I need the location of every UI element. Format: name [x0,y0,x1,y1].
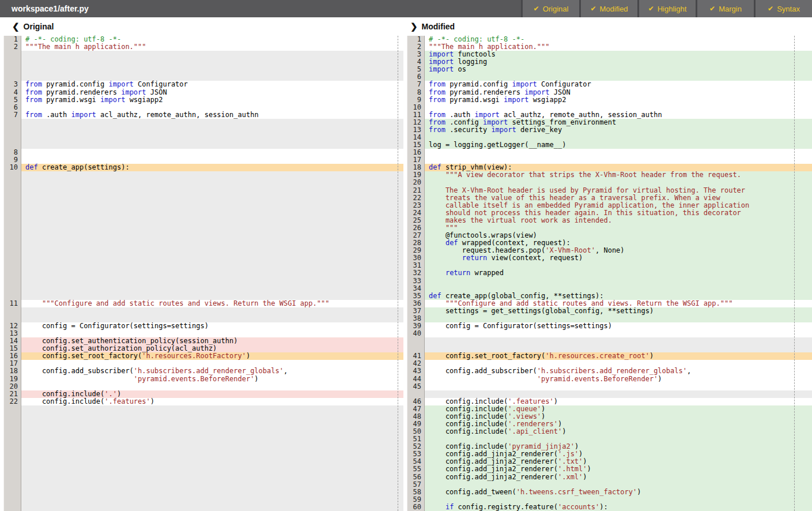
pane-header-modified: ❯ Modified [403,17,812,36]
code-text[interactable] [425,330,812,337]
line-number: 4 [407,58,425,66]
code-text[interactable]: import os [425,66,812,73]
filler-cell [21,307,403,315]
line-number [3,277,21,285]
line-number: 44 [407,375,425,383]
code-text[interactable]: config = Configurator(settings=settings) [425,322,812,330]
line-number: 5 [3,96,21,104]
line-number: 1 [3,36,21,43]
line-number [3,187,21,194]
code-text[interactable]: """Configure and add static routes and v… [21,300,403,307]
code-text[interactable]: import logging [425,58,812,66]
code-text[interactable]: from pyramid.wsgi import wsgiapp2 [21,96,403,104]
diff-gap-filler [0,179,403,186]
line-number: 2 [407,43,425,51]
checkmark-icon: ✔ [534,5,539,13]
line-number [3,51,21,58]
filler-cell [21,66,403,73]
line-number [3,224,21,232]
diff-gap-filler [0,405,403,511]
code-line: 50 config.include('.api_client') [403,428,812,435]
code-line: 25 makes the virtual root work as intend… [403,217,812,224]
code-text[interactable]: def create_app(settings): [21,164,403,171]
code-text[interactable]: config.add_tween('h.tweens.csrf_tween_fa… [425,489,812,496]
filler-cell [21,405,403,511]
diff-gap-filler [0,51,403,58]
toolbar-button-label: Original [543,5,569,13]
line-number: 22 [407,194,425,202]
line-number [3,285,21,292]
diff-gap-filler [0,126,403,134]
filler-cell [21,171,403,179]
filler-cell [21,58,403,66]
filler-cell [21,179,403,186]
toolbar-button-syntax[interactable]: ✔Syntax [754,0,812,17]
line-number: 21 [3,390,21,398]
code-text[interactable]: return view(context, request) [425,254,812,262]
diff-gap-filler [0,217,403,224]
line-number: 7 [407,81,425,88]
filler-cell [21,134,403,141]
line-number: 33 [407,277,425,285]
line-number [407,390,425,398]
code-line: 16 config.set_root_factory('h.resources.… [0,352,403,360]
code-text[interactable]: config.include('.api_client') [425,428,812,435]
code-text[interactable]: 'pyramid.events.BeforeRender') [21,375,403,383]
code-text[interactable]: log = logging.getLogger(__name__) [425,141,812,149]
code-text[interactable]: config.add_jinja2_renderer('.xml') [425,474,812,481]
filler-cell [21,239,403,247]
code-text[interactable]: config = Configurator(settings=settings) [21,322,403,330]
line-number [3,141,21,149]
code-text[interactable]: if config.registry.feature('accounts'): [425,504,812,511]
code-text[interactable] [425,149,812,156]
filler-cell [425,337,812,345]
code-text[interactable]: from .security import derive_key [425,126,812,134]
line-number: 25 [407,217,425,224]
line-number: 37 [407,307,425,315]
line-number: 45 [407,383,425,390]
code-text[interactable]: """A view decorator that strips the X-Vh… [425,171,812,179]
diff-gap-filler [0,134,403,141]
code-text[interactable]: return wrapped [425,269,812,277]
line-number [3,66,21,73]
diff-gap-filler [0,254,403,262]
code-text[interactable]: from .auth import acl_authz, remote_auth… [21,111,403,119]
line-number [3,262,21,269]
line-number: 3 [407,51,425,58]
pane-headers: ❮ Original ❯ Modified [0,17,812,36]
code-text[interactable]: makes the virtual root work as intended. [425,217,812,224]
toolbar-button-label: Modified [599,5,628,13]
filler-cell [21,194,403,202]
code-text[interactable] [21,149,403,156]
line-number: 10 [407,104,425,111]
code-text[interactable]: config.set_root_factory('h.resources.Roo… [21,352,403,360]
toolbar-button-original[interactable]: ✔Original [521,0,579,17]
code-text[interactable] [425,383,812,390]
line-number [3,292,21,300]
line-number [3,126,21,134]
original-pane[interactable]: 1# -*- coding: utf-8 -*-2"""The main h a… [0,36,403,511]
line-number: 55 [407,465,425,473]
line-number: 47 [407,405,425,413]
code-text[interactable]: config.include('.features') [21,398,403,405]
code-text[interactable]: settings = get_settings(global_config, *… [425,307,812,315]
toolbar-button-highlight[interactable]: ✔Highlight [637,0,696,17]
line-number [3,119,21,126]
line-number [3,73,21,81]
line-number: 22 [3,398,21,405]
code-text[interactable]: 'pyramid.events.BeforeRender') [425,375,812,383]
pane-header-original-label: Original [24,22,54,31]
code-text[interactable] [425,277,812,285]
line-number: 7 [3,111,21,119]
line-number: 60 [407,504,425,511]
code-line: 45 [403,383,812,390]
filler-cell [21,209,403,217]
modified-pane[interactable]: 1# -*- coding: utf-8 -*-2"""The main h a… [403,36,812,511]
line-number [3,405,21,511]
code-text[interactable]: """The main h application.""" [21,43,403,51]
code-text[interactable]: from pyramid.wsgi import wsgiapp2 [425,96,812,104]
toolbar-button-modified[interactable]: ✔Modified [579,0,637,17]
toolbar-button-margin[interactable]: ✔Margin [696,0,754,17]
code-text[interactable]: config.set_root_factory('h.resources.cre… [425,352,812,360]
checkmark-icon: ✔ [709,5,715,13]
